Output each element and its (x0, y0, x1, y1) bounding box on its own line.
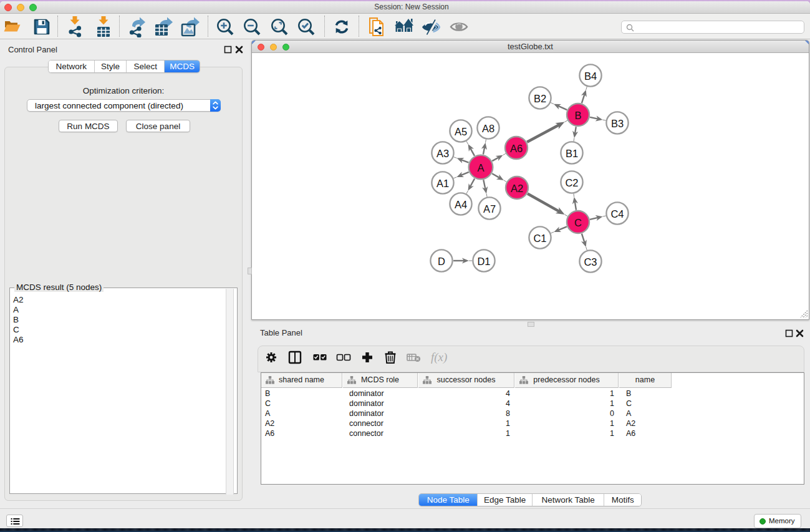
svg-text:C: C (574, 217, 582, 228)
svg-text:C3: C3 (584, 256, 597, 268)
svg-text:A8: A8 (482, 123, 494, 134)
svg-text:A2: A2 (511, 183, 523, 194)
svg-text:A: A (477, 162, 484, 173)
svg-text:f(x): f(x) (431, 351, 447, 364)
svg-text:C2: C2 (565, 177, 578, 188)
svg-text:C4: C4 (610, 208, 624, 220)
svg-text:B1: B1 (566, 148, 578, 159)
svg-text:A5: A5 (455, 126, 467, 137)
svg-text:B3: B3 (611, 118, 624, 129)
svg-text:D: D (438, 256, 445, 267)
svg-text:A1: A1 (436, 178, 449, 189)
svg-text:A3: A3 (436, 148, 449, 159)
svg-text:B2: B2 (534, 93, 546, 104)
svg-text:A4: A4 (455, 199, 467, 210)
svg-text:C1: C1 (533, 233, 546, 244)
svg-text:A7: A7 (483, 203, 496, 215)
svg-text:A6: A6 (510, 143, 523, 154)
svg-text:B4: B4 (584, 70, 597, 82)
svg-text:D1: D1 (477, 256, 490, 267)
svg-text:B: B (574, 110, 581, 121)
